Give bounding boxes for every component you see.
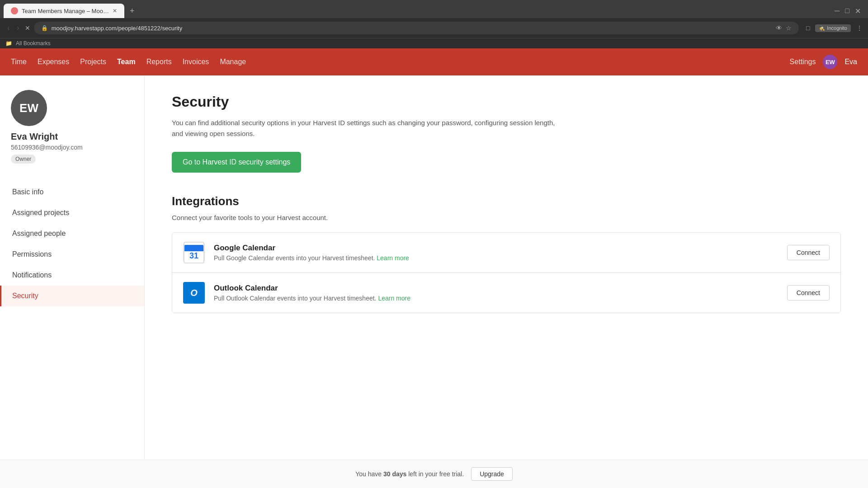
outlook-calendar-icon: O: [183, 282, 205, 304]
harvest-id-security-button[interactable]: Go to Harvest ID security settings: [172, 152, 301, 173]
google-calendar-connect-button[interactable]: Connect: [787, 245, 830, 260]
user-avatar-large: EW: [11, 90, 47, 126]
outlook-calendar-desc: Pull Outlook Calendar events into your H…: [214, 295, 787, 302]
upgrade-button[interactable]: Upgrade: [471, 467, 513, 481]
incognito-badge: 🕵 Incognito: [815, 24, 851, 32]
tab-title: Team Members Manage – Moo…: [22, 8, 109, 14]
nav-right: Settings EW Eva: [790, 55, 857, 69]
tab-favicon: [11, 7, 18, 14]
owner-badge: Owner: [11, 155, 36, 164]
gcal-date: 31: [189, 251, 198, 261]
outlook-calendar-info: Outlook Calendar Pull Outlook Calendar e…: [214, 284, 787, 302]
sidebar-nav: Basic info Assigned projects Assigned pe…: [0, 182, 144, 306]
bookmarks-bar: 📁 All Bookmarks: [0, 38, 868, 48]
minimize-button[interactable]: ─: [835, 7, 840, 15]
sidebar-item-security[interactable]: Security: [0, 286, 144, 306]
tab-bar: Team Members Manage – Moo… ✕ + ─ □ ✕: [0, 0, 868, 18]
integrations-title: Integrations: [172, 194, 841, 208]
outlook-calendar-name: Outlook Calendar: [214, 284, 787, 293]
forward-button[interactable]: ›: [15, 22, 21, 34]
close-tab-button[interactable]: ✕: [113, 8, 117, 14]
settings-link[interactable]: Settings: [790, 58, 816, 66]
outlook-calendar-learn-more[interactable]: Learn more: [378, 295, 410, 302]
eye-off-icon[interactable]: 👁: [776, 24, 782, 32]
google-calendar-desc-text: Pull Google Calendar events into your Ha…: [214, 254, 375, 262]
trial-message: You have 30 days left in your free trial…: [355, 470, 464, 478]
nav-reports[interactable]: Reports: [146, 56, 172, 68]
incognito-icon: 🕵: [819, 25, 825, 31]
integration-google-calendar: 31 Google Calendar Pull Google Calendar …: [172, 233, 840, 273]
user-initials-large: EW: [19, 101, 38, 115]
address-bar[interactable]: 🔒 moodjoy.harvestapp.com/people/4851222/…: [34, 22, 799, 34]
nav-links: Time Expenses Projects Team Reports Invo…: [11, 56, 790, 68]
url-display: moodjoy.harvestapp.com/people/4851222/se…: [52, 25, 772, 32]
google-calendar-desc: Pull Google Calendar events into your Ha…: [214, 254, 787, 262]
outlook-icon-inner: O: [185, 284, 203, 302]
google-calendar-icon: 31: [183, 242, 205, 263]
top-nav: Time Expenses Projects Team Reports Invo…: [0, 48, 868, 75]
integration-outlook-calendar: O Outlook Calendar Pull Outlook Calendar…: [172, 273, 840, 313]
bookmarks-label: 📁: [5, 40, 12, 47]
sidebar-item-assigned-projects[interactable]: Assigned projects: [0, 202, 144, 223]
star-icon[interactable]: ☆: [786, 24, 792, 32]
sidebar-item-assigned-people[interactable]: Assigned people: [0, 223, 144, 244]
restore-button[interactable]: □: [845, 7, 849, 15]
security-icon: 🔒: [41, 25, 48, 31]
sidebar-item-permissions[interactable]: Permissions: [0, 244, 144, 265]
page-layout: EW Eva Wright 56109936@moodjoy.com Owner…: [0, 75, 868, 482]
google-calendar-learn-more[interactable]: Learn more: [377, 254, 409, 262]
google-calendar-name: Google Calendar: [214, 244, 787, 253]
trial-bar: You have 30 days left in your free trial…: [0, 460, 868, 488]
sidebar-item-basic-info[interactable]: Basic info: [0, 182, 144, 202]
close-window-button[interactable]: ✕: [855, 7, 861, 15]
google-calendar-info: Google Calendar Pull Google Calendar eve…: [214, 244, 787, 262]
user-full-name: Eva Wright: [11, 131, 58, 142]
active-tab[interactable]: Team Members Manage – Moo… ✕: [4, 4, 124, 18]
address-bar-actions: 👁 ☆: [776, 24, 792, 32]
reload-button[interactable]: ✕: [25, 24, 30, 32]
main-content: Security You can find additional securit…: [145, 75, 868, 482]
page-description: You can find additional security options…: [172, 117, 556, 139]
nav-expenses[interactable]: Expenses: [38, 56, 69, 68]
nav-manage[interactable]: Manage: [220, 56, 246, 68]
gcal-body: 31: [184, 242, 204, 263]
profile-icon[interactable]: □: [806, 24, 810, 32]
back-button[interactable]: ‹: [5, 22, 11, 34]
address-bar-row: ‹ › ✕ 🔒 moodjoy.harvestapp.com/people/48…: [0, 18, 868, 38]
nav-invoices[interactable]: Invoices: [183, 56, 209, 68]
nav-team[interactable]: Team: [117, 56, 136, 68]
window-controls: ─ □ ✕: [835, 7, 864, 15]
user-name-nav[interactable]: Eva: [844, 58, 857, 66]
incognito-label: Incognito: [827, 25, 847, 31]
user-profile: EW Eva Wright 56109936@moodjoy.com Owner: [0, 90, 144, 178]
outlook-letter: O: [190, 288, 198, 298]
browser-chrome: Team Members Manage – Moo… ✕ + ─ □ ✕ ‹ ›…: [0, 0, 868, 48]
user-avatar-nav: EW: [823, 55, 837, 69]
app: Time Expenses Projects Team Reports Invo…: [0, 48, 868, 482]
nav-projects[interactable]: Projects: [80, 56, 106, 68]
user-email: 56109936@moodjoy.com: [11, 144, 83, 151]
sidebar-item-notifications[interactable]: Notifications: [0, 265, 144, 286]
gcal-top: [184, 245, 203, 251]
user-initials-nav: EW: [826, 59, 835, 66]
outlook-calendar-connect-button[interactable]: Connect: [787, 285, 830, 300]
new-tab-button[interactable]: +: [126, 5, 138, 18]
sidebar: EW Eva Wright 56109936@moodjoy.com Owner…: [0, 75, 145, 482]
integrations-list: 31 Google Calendar Pull Google Calendar …: [172, 232, 841, 313]
integrations-description: Connect your favorite tools to your Harv…: [172, 214, 841, 221]
outlook-calendar-desc-text: Pull Outlook Calendar events into your H…: [214, 295, 377, 302]
browser-actions: □ 🕵 Incognito ⋮: [806, 24, 863, 32]
extensions-button[interactable]: ⋮: [856, 24, 863, 32]
nav-time[interactable]: Time: [11, 56, 27, 68]
page-title: Security: [172, 94, 841, 110]
all-bookmarks-label[interactable]: All Bookmarks: [16, 40, 51, 47]
